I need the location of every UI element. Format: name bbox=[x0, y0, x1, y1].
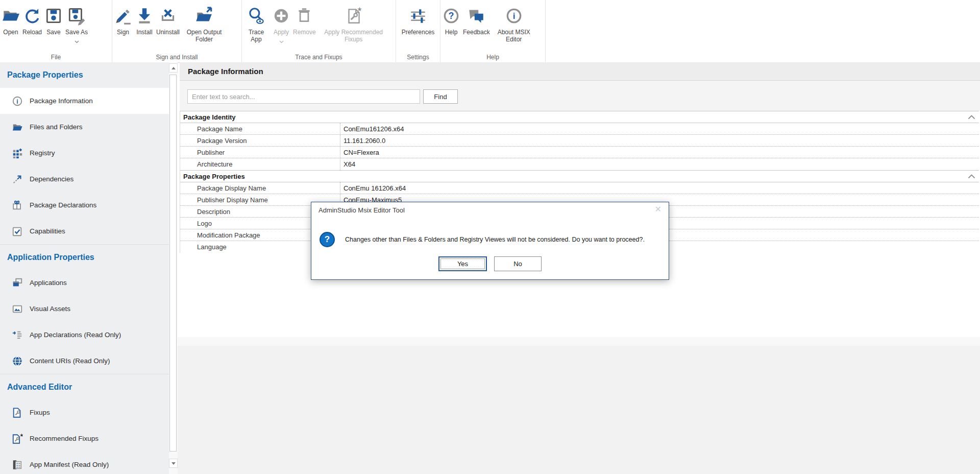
close-icon[interactable]: ✕ bbox=[655, 204, 662, 214]
toolbar: Open Reload Save Save As bbox=[0, 0, 980, 63]
apply-recommended-fixups-button[interactable]: ★ Apply Recommended Fixups bbox=[317, 3, 390, 43]
save-label: Save bbox=[46, 29, 60, 36]
package-display-name-value[interactable]: ConEmu 161206.x64 bbox=[340, 182, 979, 194]
toolbar-group-settings: Preferences Settings bbox=[396, 0, 440, 62]
remove-trash-icon bbox=[295, 3, 314, 29]
table-row: Package Name ConEmu161206.x64 bbox=[180, 123, 979, 135]
main-titlebar: Package Information bbox=[180, 62, 980, 81]
sign-button[interactable]: Sign bbox=[112, 3, 134, 36]
architecture-value[interactable]: X64 bbox=[340, 158, 979, 170]
lower-background bbox=[178, 346, 980, 474]
collapse-chevron-icon[interactable] bbox=[964, 174, 979, 179]
preferences-button[interactable]: Preferences bbox=[396, 3, 440, 36]
toolbar-group-label-sign-install: Sign and Install bbox=[112, 54, 241, 61]
search-band: Find bbox=[180, 81, 980, 111]
feedback-label: Feedback bbox=[463, 29, 490, 36]
toolbar-group-sign-install: Sign Install Uninstall Open Output Folde… bbox=[112, 0, 242, 62]
open-output-folder-button[interactable]: Open Output Folder bbox=[181, 3, 228, 43]
toolbar-group-help: ? Help Feedback i About MSIX Editor Help bbox=[440, 0, 546, 62]
about-msix-editor-label: About MSIX Editor bbox=[492, 29, 536, 43]
toolbar-group-label-file: File bbox=[0, 54, 112, 61]
about-msix-editor-button[interactable]: i About MSIX Editor bbox=[491, 3, 537, 43]
apply-label: Apply bbox=[274, 29, 289, 36]
section-header-package-properties[interactable]: Package Properties bbox=[180, 170, 979, 182]
info-icon: i bbox=[11, 95, 23, 107]
sidebar-item-recommended-fixups[interactable]: ★ Recommended Fixups bbox=[0, 425, 169, 452]
sidebar-item-registry[interactable]: Registry bbox=[0, 140, 169, 166]
sidebar-item-package-information[interactable]: i Package Information bbox=[0, 88, 169, 114]
toolbar-group-label-trace-fixups: Trace and Fixups bbox=[242, 54, 396, 61]
apply-recommended-fixups-label: Apply Recommended Fixups bbox=[318, 29, 389, 43]
sidebar-item-applications[interactable]: Applications bbox=[0, 270, 169, 296]
checkbox-icon bbox=[11, 225, 23, 238]
open-button[interactable]: Open bbox=[0, 3, 21, 36]
find-button[interactable]: Find bbox=[423, 89, 458, 104]
reload-button[interactable]: Reload bbox=[21, 3, 43, 36]
sidebar-item-capabilities[interactable]: Capabilities bbox=[0, 218, 169, 244]
sign-label: Sign bbox=[117, 29, 129, 36]
package-version-value[interactable]: 11.161.2060.0 bbox=[340, 135, 979, 146]
trace-magnifier-icon bbox=[247, 3, 266, 29]
yes-button[interactable]: Yes bbox=[438, 256, 487, 271]
sidebar-header-advanced-editor: Advanced Editor bbox=[0, 374, 169, 399]
package-name-value[interactable]: ConEmu161206.x64 bbox=[340, 123, 979, 134]
folder-icon bbox=[11, 121, 23, 133]
help-button[interactable]: ? Help bbox=[440, 3, 462, 36]
chevron-down-icon[interactable] bbox=[75, 36, 79, 45]
publisher-value[interactable]: CN=Flexera bbox=[340, 147, 979, 158]
preferences-sliders-icon bbox=[408, 3, 428, 29]
dialog-message: Changes other than Files & Folders and R… bbox=[345, 236, 645, 243]
save-button[interactable]: Save bbox=[43, 3, 64, 36]
lower-band bbox=[178, 337, 980, 346]
confirmation-dialog: AdminStudio Msix Editor Tool ✕ ? Changes… bbox=[311, 202, 669, 280]
dependencies-arrow-icon bbox=[11, 173, 23, 185]
registry-icon bbox=[11, 147, 23, 159]
toolbar-group-label-settings: Settings bbox=[396, 54, 440, 61]
feedback-button[interactable]: Feedback bbox=[462, 3, 491, 36]
preferences-label: Preferences bbox=[402, 29, 435, 36]
sidebar: Package Properties i Package Information… bbox=[0, 62, 169, 474]
wrench-page-icon bbox=[11, 407, 23, 419]
output-folder-arrow-icon bbox=[194, 3, 214, 29]
sidebar-item-files-and-folders[interactable]: Files and Folders bbox=[0, 114, 169, 140]
apply-button[interactable]: Apply bbox=[271, 3, 292, 45]
recommended-fixups-icon: ★ bbox=[344, 3, 363, 29]
open-folder-icon bbox=[1, 3, 20, 29]
install-button[interactable]: Install bbox=[134, 3, 155, 36]
sidebar-item-app-declarations[interactable]: App Declarations (Read Only) bbox=[0, 322, 169, 348]
scrollbar-up-icon[interactable] bbox=[169, 63, 178, 73]
manifest-icon bbox=[11, 459, 23, 471]
trace-app-button[interactable]: Trace App bbox=[242, 3, 271, 43]
table-row: Package Display Name ConEmu 161206.x64 bbox=[180, 182, 979, 194]
remove-button[interactable]: Remove bbox=[292, 3, 317, 36]
sidebar-item-app-manifest[interactable]: App Manifest (Read Only) bbox=[0, 452, 169, 474]
scrollbar-down-icon[interactable] bbox=[169, 459, 178, 468]
globe-icon bbox=[11, 355, 23, 367]
uninstall-x-icon bbox=[158, 3, 178, 29]
page-title: Package Information bbox=[188, 62, 263, 80]
sidebar-item-fixups[interactable]: Fixups bbox=[0, 399, 169, 425]
table-row: Package Version 11.161.2060.0 bbox=[180, 135, 979, 147]
sidebar-item-package-declarations[interactable]: Package Declarations bbox=[0, 192, 169, 218]
sign-pencil-icon bbox=[113, 3, 133, 29]
sidebar-header-package-properties: Package Properties bbox=[0, 62, 169, 88]
sidebar-item-dependencies[interactable]: Dependencies bbox=[0, 166, 169, 192]
sidebar-item-content-uris[interactable]: Content URIs (Read Only) bbox=[0, 348, 169, 374]
sidebar-item-visual-assets[interactable]: Visual Assets bbox=[0, 296, 169, 322]
section-header-package-identity[interactable]: Package Identity bbox=[180, 111, 979, 123]
install-label: Install bbox=[136, 29, 152, 36]
trace-app-label: Trace App bbox=[243, 29, 270, 43]
about-info-icon: i bbox=[504, 3, 524, 29]
uninstall-button[interactable]: Uninstall bbox=[155, 3, 181, 36]
svg-text:i: i bbox=[16, 98, 18, 105]
open-label: Open bbox=[3, 29, 18, 36]
scrollbar-thumb[interactable] bbox=[169, 75, 177, 452]
sidebar-scrollbar bbox=[169, 62, 178, 474]
save-as-label: Save As bbox=[65, 29, 88, 36]
search-input[interactable] bbox=[187, 89, 420, 104]
no-button[interactable]: No bbox=[494, 256, 542, 271]
save-as-button[interactable]: Save As bbox=[64, 3, 89, 45]
question-icon: ? bbox=[320, 232, 335, 247]
collapse-chevron-icon[interactable] bbox=[964, 115, 979, 120]
toolbar-group-file: Open Reload Save Save As bbox=[0, 0, 112, 62]
